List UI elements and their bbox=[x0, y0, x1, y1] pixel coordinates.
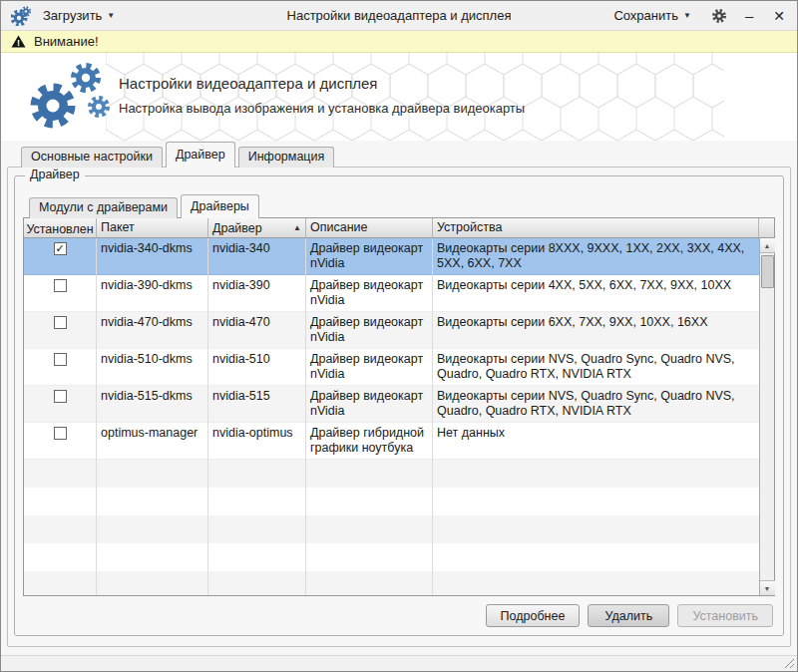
vertical-scrollbar[interactable]: ▲ ▼ bbox=[759, 238, 774, 595]
chevron-down-icon: ▼ bbox=[107, 11, 115, 20]
cell-devices: Видеокарты серии 4XX, 5XX, 6XX, 7XX, 9XX… bbox=[433, 275, 759, 311]
table-body: ✓ nvidia-340-dkms nvidia-340 Драйвер вид… bbox=[24, 238, 759, 595]
table-row[interactable]: ✓ nvidia-340-dkms nvidia-340 Драйвер вид… bbox=[24, 238, 759, 275]
installed-checkbox[interactable]: ✓ bbox=[54, 242, 67, 255]
drivers-table: Установлен Пакет Драйвер ▲ Описание Устр… bbox=[23, 217, 775, 596]
titlebar: Загрузить ▼ Настройки видеоадаптера и ди… bbox=[1, 1, 797, 31]
subtab-driver-modules[interactable]: Модули с драйверами bbox=[29, 197, 178, 218]
cell-description: Драйвер видеокарт nVidia bbox=[306, 312, 433, 348]
minimize-button[interactable]: – bbox=[743, 7, 755, 24]
app-gears-icon bbox=[11, 6, 31, 26]
cell-package: nvidia-340-dkms bbox=[97, 238, 208, 274]
cell-description: Драйвер гибридной графики ноутбука bbox=[306, 423, 433, 459]
table-row[interactable]: nvidia-510-dkms nvidia-510 Драйвер видео… bbox=[24, 349, 759, 386]
table-header: Установлен Пакет Драйвер ▲ Описание Устр… bbox=[24, 218, 774, 238]
column-header-driver[interactable]: Драйвер ▲ bbox=[208, 218, 306, 237]
settings-gear-button[interactable] bbox=[711, 8, 727, 24]
cell-package: optimus-manager bbox=[97, 423, 208, 459]
action-buttons: Подробнее Удалить Установить bbox=[486, 604, 773, 627]
header-corner bbox=[759, 218, 774, 237]
remove-button[interactable]: Удалить bbox=[588, 604, 669, 627]
installed-checkbox[interactable] bbox=[54, 353, 67, 366]
chevron-down-icon: ▼ bbox=[683, 11, 691, 20]
load-menu-button[interactable]: Загрузить ▼ bbox=[39, 5, 119, 26]
cell-package: nvidia-470-dkms bbox=[97, 312, 208, 348]
main-tabs: Основные настройки Драйвер Информация bbox=[21, 143, 337, 168]
cell-package: nvidia-515-dkms bbox=[97, 386, 208, 422]
installed-checkbox[interactable] bbox=[54, 279, 67, 292]
close-button[interactable]: ✕ bbox=[771, 8, 787, 24]
table-row[interactable]: nvidia-515-dkms nvidia-515 Драйвер видео… bbox=[24, 386, 759, 423]
column-header-installed[interactable]: Установлен bbox=[24, 218, 97, 237]
cell-description: Драйвер видеокарт nVidia bbox=[306, 238, 433, 274]
installed-checkbox[interactable] bbox=[54, 390, 67, 403]
driver-tab-pane: Драйвер Модули с драйверами Драйверы Уст… bbox=[7, 167, 791, 647]
cell-devices: Нет данных bbox=[433, 423, 759, 459]
installed-checkbox[interactable] bbox=[54, 316, 67, 329]
gears-icon bbox=[23, 59, 111, 137]
scroll-down-button[interactable]: ▼ bbox=[760, 580, 775, 595]
resize-grip[interactable] bbox=[784, 658, 795, 669]
column-header-driver-label: Драйвер bbox=[212, 221, 262, 235]
cell-devices: Видеокарты серии 6XX, 7XX, 9XX, 10XX, 16… bbox=[433, 312, 759, 348]
save-menu-label: Сохранить bbox=[613, 8, 678, 23]
cell-devices: Видеокарты серии 8XXX, 9XXX, 1XX, 2XX, 3… bbox=[433, 238, 759, 274]
page-subtitle: Настройка вывода изображения и установка… bbox=[119, 101, 525, 116]
cell-package: nvidia-390-dkms bbox=[97, 275, 208, 311]
details-button[interactable]: Подробнее bbox=[486, 604, 581, 627]
table-row[interactable]: optimus-manager nvidia-optimus Драйвер г… bbox=[24, 423, 759, 460]
column-header-description[interactable]: Описание bbox=[306, 218, 433, 237]
warning-banner: ! Внимание! bbox=[1, 31, 797, 53]
page-header: Настройки видеоадаптера и дисплея Настро… bbox=[1, 53, 797, 141]
groupbox-legend: Драйвер bbox=[25, 168, 85, 181]
cell-driver: nvidia-390 bbox=[208, 275, 306, 311]
scrollbar-thumb[interactable] bbox=[761, 255, 774, 288]
warning-triangle-icon: ! bbox=[11, 35, 26, 48]
table-rows: ✓ nvidia-340-dkms nvidia-340 Драйвер вид… bbox=[24, 238, 759, 595]
cell-devices: Видеокарты серии NVS, Quadro Sync, Quadr… bbox=[433, 386, 759, 422]
save-menu-button[interactable]: Сохранить ▼ bbox=[609, 5, 695, 26]
status-bar bbox=[1, 655, 797, 671]
app-window: Загрузить ▼ Настройки видеоадаптера и ди… bbox=[0, 0, 798, 672]
page-title: Настройки видеоадаптера и дисплея bbox=[119, 75, 377, 92]
cell-devices: Видеокарты серии NVS, Quadro Sync, Quadr… bbox=[433, 349, 759, 385]
tab-information[interactable]: Информация bbox=[238, 147, 335, 168]
driver-subtabs: Модули с драйверами Драйверы bbox=[29, 194, 262, 218]
cell-description: Драйвер видеокарт nVidia bbox=[306, 275, 433, 311]
svg-text:!: ! bbox=[17, 38, 20, 48]
table-filler bbox=[24, 460, 759, 595]
cell-driver: nvidia-optimus bbox=[208, 423, 306, 459]
cell-description: Драйвер видеокарт nVidia bbox=[306, 349, 433, 385]
cell-description: Драйвер видеокарт nVidia bbox=[306, 386, 433, 422]
column-header-package[interactable]: Пакет bbox=[97, 218, 208, 237]
install-button: Установить bbox=[677, 604, 773, 627]
cell-driver: nvidia-510 bbox=[208, 349, 306, 385]
hexagon-pattern bbox=[106, 53, 724, 141]
installed-checkbox[interactable] bbox=[54, 427, 67, 440]
cell-package: nvidia-510-dkms bbox=[97, 349, 208, 385]
cell-driver: nvidia-470 bbox=[208, 312, 306, 348]
column-header-devices[interactable]: Устройства bbox=[433, 218, 759, 237]
tab-general-settings[interactable]: Основные настройки bbox=[21, 147, 163, 168]
tab-driver[interactable]: Драйвер bbox=[166, 142, 235, 168]
sort-ascending-icon: ▲ bbox=[293, 223, 301, 232]
table-row[interactable]: nvidia-470-dkms nvidia-470 Драйвер видео… bbox=[24, 312, 759, 349]
scroll-up-button[interactable]: ▲ bbox=[760, 238, 775, 253]
table-row[interactable]: nvidia-390-dkms nvidia-390 Драйвер видео… bbox=[24, 275, 759, 312]
subtab-drivers[interactable]: Драйверы bbox=[181, 194, 259, 218]
warning-label: Внимание! bbox=[34, 34, 99, 49]
driver-groupbox: Драйвер Модули с драйверами Драйверы Уст… bbox=[14, 175, 784, 636]
load-menu-label: Загрузить bbox=[43, 8, 102, 23]
window-title: Настройки видеоадаптера и дисплея bbox=[181, 8, 617, 23]
cell-driver: nvidia-515 bbox=[208, 386, 306, 422]
cell-driver: nvidia-340 bbox=[208, 238, 306, 274]
